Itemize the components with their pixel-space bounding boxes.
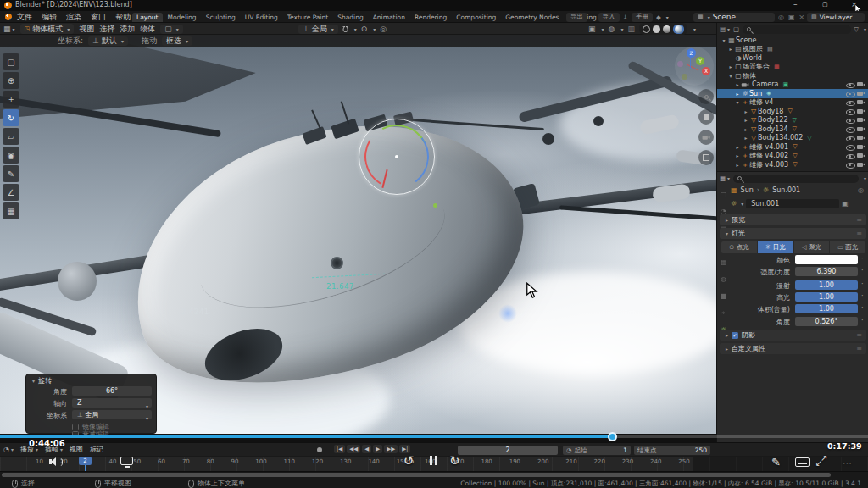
tool-transform[interactable]: ◉ bbox=[3, 147, 19, 164]
manual-button[interactable]: 手册 bbox=[632, 13, 653, 22]
unlink-icon[interactable]: × bbox=[798, 13, 805, 21]
outliner-row-body122[interactable]: ▸▽Body122▽ bbox=[717, 116, 868, 125]
outliner-row-sun[interactable]: ▸☼Sun◈ bbox=[717, 89, 868, 98]
blender-menu-icon[interactable] bbox=[5, 14, 12, 20]
animate-dot[interactable]: · bbox=[861, 317, 864, 324]
shading-wireframe-icon[interactable] bbox=[643, 25, 650, 33]
menu-render[interactable]: 渲染 bbox=[66, 12, 81, 23]
angle-field[interactable]: 66° bbox=[72, 386, 152, 396]
video-progress-played[interactable] bbox=[0, 435, 613, 438]
animate-dot[interactable]: · bbox=[861, 255, 864, 263]
render-visibility-icon[interactable] bbox=[857, 108, 866, 114]
menu-select[interactable]: 选择 bbox=[99, 24, 114, 35]
hide-eye-icon[interactable] bbox=[846, 161, 854, 168]
export-button[interactable]: 导出 bbox=[566, 13, 587, 22]
hide-eye-icon[interactable] bbox=[846, 143, 854, 150]
jump-to-end-button[interactable]: ▶| bbox=[399, 445, 410, 453]
copy-datablock-icon[interactable]: ▣ bbox=[788, 14, 795, 21]
gizmo-toggle-icon[interactable]: ▣ bbox=[588, 25, 596, 33]
properties-editor-icon[interactable]: ▦▾ bbox=[720, 175, 730, 182]
editor-type-icon[interactable]: ▦▾ bbox=[3, 25, 15, 33]
tool-select-box[interactable]: ▢ bbox=[3, 53, 19, 70]
shadow-checkbox[interactable]: ✓ bbox=[732, 332, 738, 339]
workspace-tab-texture-paint[interactable]: Texture Paint bbox=[283, 13, 332, 22]
properties-search-input[interactable] bbox=[733, 175, 859, 183]
outliner-row-world[interactable]: ◑World bbox=[717, 53, 868, 63]
video-progress-remaining[interactable] bbox=[613, 435, 868, 438]
workspace-tab-animation[interactable]: Animation bbox=[369, 13, 409, 22]
menu-view[interactable]: 视图 bbox=[70, 445, 83, 454]
outliner-row-weixiu-v4-001[interactable]: ▸＋维修 v4.001▽ bbox=[717, 142, 868, 152]
panel-light-header[interactable]: ▾灯光≡ bbox=[720, 228, 866, 239]
mode-options-button[interactable]: ▢▾ bbox=[160, 25, 183, 34]
outliner-row-scene[interactable]: ▾▦Scene bbox=[717, 36, 868, 45]
timeline-scrollbar[interactable] bbox=[2, 473, 831, 477]
workspace-tab-geometry-nodes[interactable]: Geometry Nodes bbox=[501, 13, 563, 22]
menu-help[interactable]: 帮助 bbox=[115, 12, 131, 23]
fake-user-shield-icon[interactable]: ▣ bbox=[842, 200, 849, 208]
outliner-row-weixiu-v4-002[interactable]: ▸＋维修 v4.002▽ bbox=[717, 152, 868, 161]
menu-add[interactable]: 添加 bbox=[120, 24, 135, 35]
workspace-tab-uv-editing[interactable]: UV Editing bbox=[241, 13, 282, 22]
menu-marker[interactable]: 标记 bbox=[90, 445, 103, 454]
filter-funnel-icon[interactable]: ▽ bbox=[854, 26, 859, 33]
minimize-button[interactable]: – bbox=[793, 0, 798, 8]
orientation-op-dropdown[interactable]: ⊥ 全局▾ bbox=[72, 410, 152, 419]
outliner-row-objects-collection[interactable]: ▾▢物体 bbox=[717, 71, 868, 80]
brush-icon[interactable]: ◆ bbox=[656, 14, 661, 21]
shading-solid-icon[interactable] bbox=[653, 25, 660, 33]
rewind-10-icon[interactable]: ↺10 bbox=[403, 453, 415, 469]
hide-eye-icon[interactable] bbox=[846, 108, 854, 114]
volume-slider[interactable]: 1.00 bbox=[795, 304, 858, 313]
render-visibility-icon[interactable] bbox=[857, 152, 866, 159]
render-visibility-icon[interactable] bbox=[857, 117, 866, 124]
end-frame-field[interactable]: 250 bbox=[695, 446, 707, 454]
workspace-tab-rendering[interactable]: Rendering bbox=[410, 13, 451, 22]
tool-rotate[interactable]: ↻ bbox=[3, 109, 19, 126]
workspace-tab-compositing[interactable]: Compositing bbox=[452, 13, 500, 22]
hide-eye-icon[interactable] bbox=[846, 117, 854, 124]
outliner-search-input[interactable] bbox=[743, 25, 850, 34]
more-options-icon[interactable]: ⋯ bbox=[843, 458, 852, 469]
hide-eye-icon[interactable] bbox=[846, 99, 854, 106]
animate-dot[interactable]: · bbox=[861, 292, 864, 300]
video-progress-knob[interactable] bbox=[608, 432, 617, 441]
outliner-row-camera[interactable]: ▸Camera▣ bbox=[717, 80, 868, 90]
light-type-sun[interactable]: ☼ 日光 bbox=[758, 241, 793, 253]
volume-icon[interactable] bbox=[49, 457, 63, 468]
navigation-gizmo[interactable]: Z Y X bbox=[675, 47, 714, 86]
workspace-tab-sculpting[interactable]: Sculpting bbox=[202, 13, 240, 22]
menu-window[interactable]: 窗口 bbox=[91, 12, 106, 23]
menu-file[interactable]: 文件 bbox=[17, 12, 32, 23]
workspace-tab-modeling[interactable]: Modeling bbox=[164, 13, 201, 22]
outliner-row-weixiu-v4[interactable]: ▾＋维修 v4 bbox=[717, 98, 868, 108]
workspace-tab-shading[interactable]: Shading bbox=[333, 13, 367, 22]
proportional-edit-icon[interactable]: ◎ bbox=[380, 25, 387, 33]
rotate-gizmo[interactable] bbox=[359, 119, 435, 195]
render-visibility-icon[interactable] bbox=[857, 143, 866, 150]
prev-keyframe-button[interactable]: ◀◀ bbox=[347, 445, 360, 453]
menu-edit[interactable]: 编辑 bbox=[42, 12, 57, 23]
animate-dot[interactable]: · bbox=[861, 304, 864, 312]
properties-options-icon[interactable]: ▾ bbox=[864, 175, 866, 181]
viewlayer-selector[interactable]: ▤ ViewLayer bbox=[807, 13, 865, 22]
snap-magnet-icon[interactable]: Ω bbox=[342, 25, 348, 33]
panel-preview-header[interactable]: ▸预览≡ bbox=[720, 214, 866, 225]
tool-move[interactable]: ＋ bbox=[3, 91, 19, 108]
playhead-badge[interactable]: 2 bbox=[79, 457, 92, 465]
scene-selector[interactable]: ▦▾ Scene bbox=[693, 13, 775, 22]
render-visibility-icon[interactable] bbox=[857, 99, 866, 106]
shading-material-icon[interactable] bbox=[663, 25, 670, 33]
pin-icon[interactable]: ◎ bbox=[858, 186, 864, 194]
pencil-note-icon[interactable]: ✎ bbox=[771, 456, 781, 469]
hide-eye-icon[interactable] bbox=[846, 90, 854, 97]
operator-panel-rotate[interactable]: ▾旋转 角度 66° 轴向 Z▾ 坐标系 ⊥ 全局▾ 镜像编辑 衰减编辑 bbox=[25, 374, 157, 434]
start-frame-field[interactable]: 1 bbox=[623, 446, 627, 454]
outliner-row-weixiu-v4-003[interactable]: ▸＋维修 v4.003▽ bbox=[717, 160, 868, 169]
forward-30-icon[interactable]: ↻30 bbox=[449, 453, 460, 469]
render-visibility-icon[interactable] bbox=[857, 125, 866, 132]
tool-scale[interactable]: ▱ bbox=[3, 128, 19, 145]
nav-axis-neg[interactable] bbox=[677, 61, 683, 67]
current-frame-field[interactable]: 2 bbox=[458, 446, 558, 455]
hide-eye-icon[interactable] bbox=[846, 152, 854, 159]
